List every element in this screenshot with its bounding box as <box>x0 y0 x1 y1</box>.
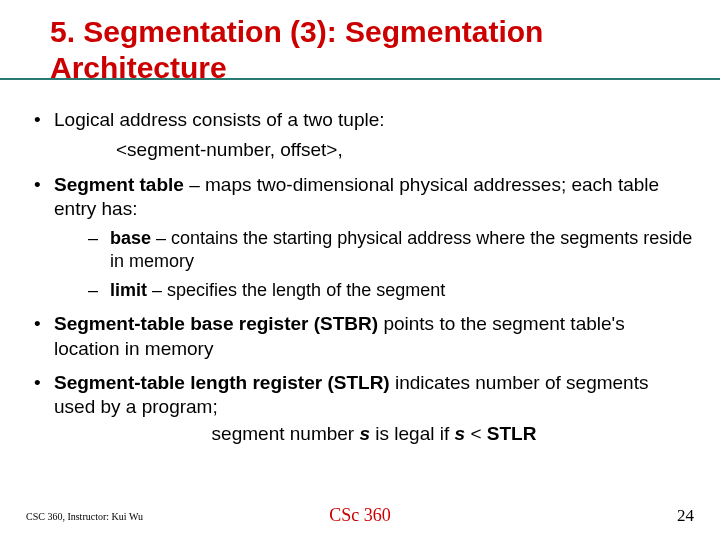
b4-l2-d: STLR <box>487 423 537 444</box>
slide-number: 24 <box>677 506 694 526</box>
title-underline <box>0 78 720 80</box>
footer-center: CSc 360 <box>0 505 720 526</box>
slide-title: 5. Segmentation (3): Segmentation Archit… <box>50 14 694 86</box>
bullet-4-lead: Segment-table length register (STLR) <box>54 372 390 393</box>
bullet-1-sub: <segment-number, offset>, <box>116 138 694 162</box>
bullet-1: Logical address consists of a two tuple:… <box>26 108 694 163</box>
bullet-3-lead: Segment-table base register (STBR) <box>54 313 378 334</box>
bullet-2-sub-1-rest: – contains the starting physical address… <box>110 228 692 271</box>
bullet-4-line2: segment number s is legal if s < STLR <box>54 422 694 446</box>
bullet-4: Segment-table length register (STLR) ind… <box>26 371 694 446</box>
b4-l2-c: < <box>465 423 487 444</box>
bullet-2-sub-2: limit – specifies the length of the segm… <box>88 279 694 302</box>
bullet-2-sub-1-lead: base <box>110 228 151 248</box>
bullet-2-lead: Segment table <box>54 174 184 195</box>
bullet-2-sub-2-rest: – specifies the length of the segment <box>147 280 445 300</box>
b4-l2-a: segment number <box>212 423 360 444</box>
bullet-2-sub-1: base – contains the starting physical ad… <box>88 227 694 273</box>
b4-l2-s2: s <box>455 423 466 444</box>
bullet-1-text: Logical address consists of a two tuple: <box>54 109 385 130</box>
slide-body: Logical address consists of a two tuple:… <box>26 108 694 446</box>
b4-l2-s1: s <box>359 423 370 444</box>
bullet-3: Segment-table base register (STBR) point… <box>26 312 694 361</box>
bullet-2-sub-2-lead: limit <box>110 280 147 300</box>
b4-l2-b: is legal if <box>370 423 454 444</box>
bullet-2: Segment table – maps two-dimensional phy… <box>26 173 694 303</box>
